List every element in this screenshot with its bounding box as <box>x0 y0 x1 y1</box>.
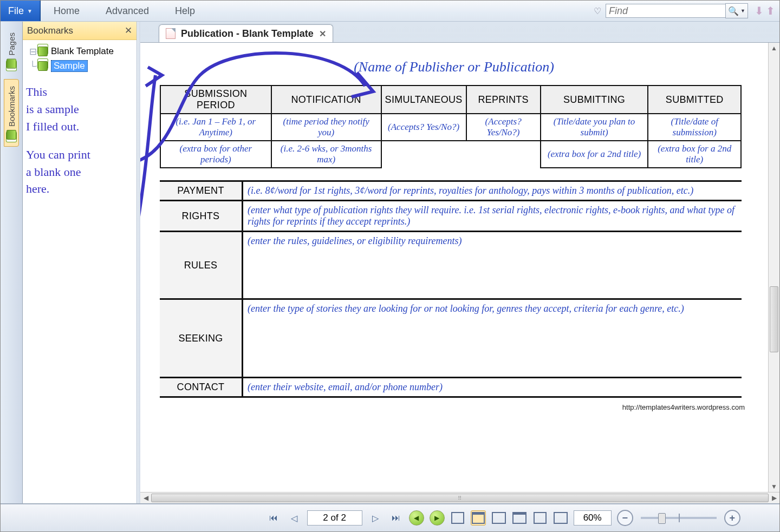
detail-label: SEEKING <box>160 299 243 378</box>
scroll-left-icon[interactable]: ◀ <box>140 494 151 502</box>
search-icon: 🔍 <box>728 6 739 16</box>
col-header: SUBMITTING <box>541 86 648 114</box>
bookmark-item[interactable]: ⊟┈ Blank Template <box>26 44 133 58</box>
grid-cell: (Accepts? Yes/No?) <box>381 114 466 141</box>
scroll-thumb[interactable]: ⠿ <box>151 494 769 502</box>
nav-up-icon[interactable]: ⬆ <box>766 4 775 17</box>
status-bar: ⏮ ◁ 2 of 2 ▷ ⏭ ◀ ▶ 60% − + <box>1 504 779 531</box>
detail-value: (i.e. 8¢/word for 1st rights, 3¢/word fo… <box>243 181 742 201</box>
nav-forward-button[interactable]: ▶ <box>430 510 445 526</box>
dropdown-icon: ▼ <box>27 8 32 14</box>
grid-cell: (extra box for a 2nd title) <box>648 141 741 168</box>
grid-cell: (Accepts? Yes/No?) <box>466 114 541 141</box>
col-header: NOTIFICATION <box>271 86 381 114</box>
horizontal-scrollbar[interactable]: ◀ ⠿ ▶ <box>140 492 779 503</box>
side-tab-pages[interactable]: Pages <box>4 25 19 76</box>
facing-view-button[interactable] <box>491 510 506 526</box>
last-page-button[interactable]: ⏭ <box>388 510 404 526</box>
side-tab-label: Bookmarks <box>7 86 16 127</box>
search-button[interactable]: 🔍 ▼ <box>725 3 748 18</box>
dropdown-icon: ▼ <box>740 8 745 14</box>
continuous-view-button[interactable] <box>471 510 486 526</box>
single-page-view-button[interactable] <box>450 510 465 526</box>
scroll-track[interactable]: ⠿ <box>151 492 769 503</box>
file-menu[interactable]: File ▼ <box>1 1 41 21</box>
grid-cell: (extra box for a 2nd title) <box>541 141 648 168</box>
scroll-down-icon[interactable]: ▼ <box>769 481 779 492</box>
detail-label: RIGHTS <box>160 201 243 232</box>
prev-page-button[interactable]: ◁ <box>287 510 302 526</box>
scroll-thumb[interactable] <box>770 286 778 352</box>
vertical-scrollbar[interactable]: ▲ ▼ <box>768 43 779 492</box>
nav-arrows: ⬇ ⬆ <box>750 1 779 21</box>
col-header: SUBMITTED <box>648 86 741 114</box>
bookmarks-header: Bookmarks ✕ <box>23 22 136 40</box>
bookmark-label: Sample <box>51 60 88 72</box>
close-panel-icon[interactable]: ✕ <box>125 25 132 36</box>
footer-url: http://templates4writers.wordpress.com <box>147 403 745 411</box>
zoom-out-button[interactable]: − <box>617 510 633 526</box>
grid-empty <box>381 141 466 168</box>
bookmark-item[interactable]: └┈ Sample <box>26 58 133 74</box>
advanced-menu[interactable]: Advanced <box>93 1 162 21</box>
grid-empty <box>466 141 541 168</box>
zoom-in-button[interactable]: + <box>724 510 740 526</box>
col-header: SIMULTANEOUS <box>381 86 466 114</box>
close-tab-icon[interactable]: ✕ <box>319 29 326 39</box>
pdf-file-icon <box>166 28 176 39</box>
side-tab-strip: Pages Bookmarks <box>1 22 23 503</box>
zoom-level[interactable]: 60% <box>574 510 612 526</box>
bookmark-icon <box>38 61 48 71</box>
document-area: Publication - Blank Template ✕ (Name of … <box>140 22 779 503</box>
col-header: SUBMISSION PERIOD <box>160 86 271 114</box>
bookmarks-panel: Bookmarks ✕ ⊟┈ Blank Template └┈ Sample … <box>23 22 137 503</box>
zoom-slider[interactable] <box>641 517 717 519</box>
scroll-up-icon[interactable]: ▲ <box>769 43 779 54</box>
page-indicator[interactable]: 2 of 2 <box>307 510 362 526</box>
document-tabs: Publication - Blank Template ✕ <box>140 22 779 42</box>
detail-value: (enter what type of publication rights t… <box>243 201 742 232</box>
slider-tick <box>679 514 680 522</box>
bookmarks-title: Bookmarks <box>27 25 73 36</box>
next-page-button[interactable]: ▷ <box>368 510 383 526</box>
bookmark-icon <box>38 47 48 56</box>
side-tab-bookmarks[interactable]: Bookmarks <box>4 79 19 147</box>
fit-width-button[interactable] <box>553 510 568 526</box>
bookmark-tree: ⊟┈ Blank Template └┈ Sample <box>23 40 136 78</box>
detail-label: PAYMENT <box>160 181 243 201</box>
scroll-right-icon[interactable]: ▶ <box>769 494 779 502</box>
help-menu[interactable]: Help <box>162 1 208 21</box>
menubar: File ▼ Home Advanced Help ♡ 🔍 ▼ ⬇ ⬆ <box>1 1 779 22</box>
first-page-button[interactable]: ⏮ <box>266 510 281 526</box>
note-line: I filled out. <box>26 118 133 135</box>
find-input[interactable] <box>606 4 725 18</box>
detail-label: CONTACT <box>160 378 243 397</box>
fit-page-button[interactable] <box>532 510 548 526</box>
slider-knob[interactable] <box>658 513 666 524</box>
grid-cell: (time period they notify you) <box>271 114 381 141</box>
grid-cell: (Title/date you plan to submit) <box>541 114 648 141</box>
grid-cell: (extra box for other periods) <box>160 141 271 168</box>
document-viewport[interactable]: (Name of Publisher or Publication) SUBMI… <box>140 42 779 492</box>
grid-cell: (Title/date of submission) <box>648 114 741 141</box>
note-line: You can print <box>26 146 133 163</box>
document-tab[interactable]: Publication - Blank Template ✕ <box>159 24 333 42</box>
favorite-icon[interactable]: ♡ <box>589 1 606 21</box>
detail-value: (enter the rules, guidelines, or eligibi… <box>243 232 742 299</box>
continuous-facing-view-button[interactable] <box>512 510 527 526</box>
publication-title: (Name of Publisher or Publication) <box>147 59 761 75</box>
grid-cell: (i.e. Jan 1 – Feb 1, or Anytime) <box>160 114 271 141</box>
details-table: PAYMENT (i.e. 8¢/word for 1st rights, 3¢… <box>160 180 742 398</box>
nav-down-icon[interactable]: ⬇ <box>755 4 764 17</box>
nav-back-button[interactable]: ◀ <box>409 510 424 526</box>
detail-value: (enter their website, email, and/or phon… <box>243 378 742 397</box>
file-label: File <box>8 5 24 17</box>
document-page: (Name of Publisher or Publication) SUBMI… <box>147 49 761 485</box>
side-tab-label: Pages <box>7 32 16 56</box>
detail-label: RULES <box>160 232 243 299</box>
detail-value: (enter the type of stories they are look… <box>243 299 742 378</box>
handwritten-note: This is a sample I filled out. You can p… <box>23 78 136 203</box>
grid-cell: (i.e. 2-6 wks, or 3months max) <box>271 141 381 168</box>
home-menu[interactable]: Home <box>41 1 93 21</box>
note-line: is a sample <box>26 101 133 118</box>
